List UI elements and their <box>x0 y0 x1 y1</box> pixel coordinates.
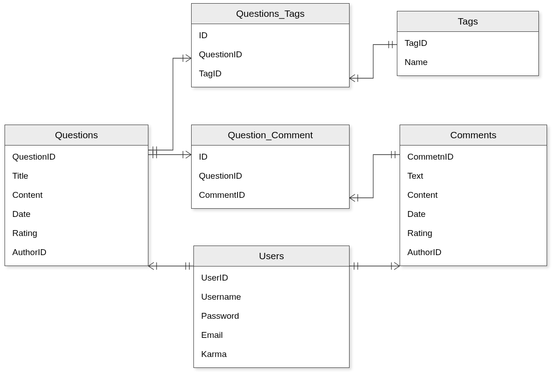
field-questions-tags-questionid: QuestionID <box>192 45 349 64</box>
field-comments-rating: Rating <box>400 224 547 243</box>
field-users-username: Username <box>194 287 349 307</box>
entity-questions-tags-body: ID QuestionID TagID <box>192 24 349 87</box>
entity-questions: Questions QuestionID Title Content Date … <box>5 125 148 266</box>
field-tags-name: Name <box>397 53 538 72</box>
field-question-comment-questionid: QuestionID <box>192 166 349 186</box>
field-questions-title: Title <box>5 166 148 186</box>
field-comments-date: Date <box>400 205 547 224</box>
entity-questions-tags: Questions_Tags ID QuestionID TagID <box>191 3 350 87</box>
field-users-karma: Karma <box>194 345 349 364</box>
field-users-password: Password <box>194 307 349 326</box>
entity-comments: Comments CommetnID Text Content Date Rat… <box>400 125 547 266</box>
field-questions-tags-id: ID <box>192 26 349 45</box>
svg-line-16 <box>350 194 355 198</box>
entity-comments-header: Comments <box>400 125 547 146</box>
field-questions-authorid: AuthorID <box>5 243 148 262</box>
svg-line-30 <box>394 262 400 266</box>
field-questions-rating: Rating <box>5 224 148 243</box>
field-users-userid: UserID <box>194 268 349 287</box>
field-questions-tags-tagid: TagID <box>192 64 349 83</box>
field-comments-content: Content <box>400 186 547 205</box>
svg-line-22 <box>148 262 154 266</box>
er-diagram-canvas: Questions QuestionID Title Content Date … <box>0 0 558 392</box>
entity-tags-body: TagID Name <box>397 32 538 75</box>
field-tags-tagid: TagID <box>397 34 538 53</box>
field-question-comment-id: ID <box>192 147 349 166</box>
svg-line-9 <box>186 155 191 158</box>
field-comments-authorid: AuthorID <box>400 243 547 262</box>
svg-line-12 <box>350 78 355 82</box>
field-questions-content: Content <box>5 186 148 205</box>
entity-users-body: UserID Username Password Email Karma <box>194 266 349 367</box>
svg-line-31 <box>394 266 400 270</box>
field-users-email: Email <box>194 326 349 345</box>
svg-line-3 <box>186 58 191 62</box>
svg-line-8 <box>186 151 191 155</box>
field-questions-questionid: QuestionID <box>5 147 148 166</box>
entity-comments-body: CommetnID Text Content Date Rating Autho… <box>400 146 547 266</box>
entity-question-comment-header: Question_Comment <box>192 125 349 146</box>
entity-questions-header: Questions <box>5 125 148 146</box>
svg-line-11 <box>350 75 355 78</box>
entity-users: Users UserID Username Password Email Kar… <box>193 246 350 368</box>
entity-tags-header: Tags <box>397 11 538 32</box>
field-comments-commetnid: CommetnID <box>400 147 547 166</box>
svg-line-2 <box>186 55 191 58</box>
svg-line-23 <box>148 266 154 270</box>
field-question-comment-commentid: CommentID <box>192 186 349 205</box>
entity-question-comment: Question_Comment ID QuestionID CommentID <box>191 125 350 209</box>
entity-questions-tags-header: Questions_Tags <box>192 4 349 24</box>
entity-users-header: Users <box>194 246 349 266</box>
entity-question-comment-body: ID QuestionID CommentID <box>192 146 349 208</box>
field-comments-text: Text <box>400 166 547 186</box>
svg-line-17 <box>350 198 355 201</box>
field-questions-date: Date <box>5 205 148 224</box>
entity-questions-body: QuestionID Title Content Date Rating Aut… <box>5 146 148 266</box>
entity-tags: Tags TagID Name <box>397 11 539 76</box>
